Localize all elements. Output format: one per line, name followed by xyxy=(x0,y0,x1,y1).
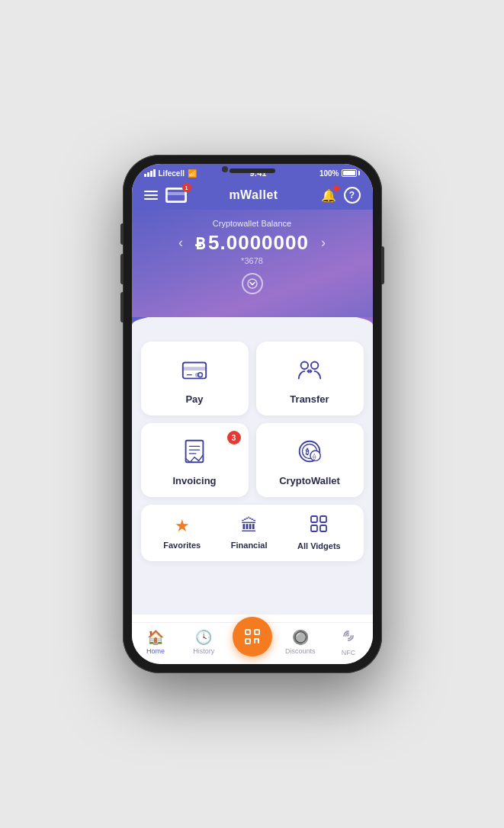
battery-percent: 100% xyxy=(319,169,339,178)
scan-button[interactable] xyxy=(233,617,272,656)
invoicing-icon xyxy=(180,437,209,469)
cryptowallet-card[interactable]: ₿ ⟠ CryptoWallet xyxy=(256,423,364,497)
account-number: *3678 xyxy=(147,256,358,265)
svg-rect-21 xyxy=(320,516,326,522)
nfc-icon xyxy=(341,628,356,647)
cryptowallet-label: CryptoWallet xyxy=(279,475,340,486)
svg-rect-4 xyxy=(183,367,206,371)
nav-history[interactable]: 🕓 History xyxy=(180,629,228,655)
balance-nav: ‹ Ƀ5.0000000 › xyxy=(147,231,358,255)
power-button xyxy=(381,246,384,284)
status-right: 100% xyxy=(319,169,361,178)
wave-divider xyxy=(132,317,373,332)
bank-icon: 🏛 xyxy=(241,516,258,536)
signal-icon xyxy=(144,169,156,177)
svg-point-9 xyxy=(311,362,319,370)
status-left: Lifecell 📶 xyxy=(144,169,197,178)
svg-rect-20 xyxy=(311,516,317,522)
next-wallet-button[interactable]: › xyxy=(321,235,326,251)
pay-label: Pay xyxy=(185,393,203,405)
expand-button[interactable] xyxy=(242,273,263,294)
home-label: Home xyxy=(146,647,165,655)
svg-point-2 xyxy=(248,279,257,288)
volume-down-button xyxy=(120,292,124,323)
svg-rect-26 xyxy=(246,639,250,643)
mute-button xyxy=(120,223,124,245)
home-icon: 🏠 xyxy=(147,629,164,646)
menu-button[interactable] xyxy=(144,191,158,200)
invoicing-badge: 3 xyxy=(227,431,241,444)
transfer-label: Transfer xyxy=(290,393,329,405)
svg-rect-1 xyxy=(167,192,185,195)
star-icon: ★ xyxy=(175,516,190,536)
notification-badge xyxy=(333,185,339,191)
history-icon: 🕓 xyxy=(195,629,212,646)
grid-icon xyxy=(310,515,327,537)
balance-label: Cryptowallet Balance xyxy=(147,219,358,228)
nav-nfc[interactable]: NFC xyxy=(324,628,372,656)
discounts-icon: 🔘 xyxy=(292,629,309,646)
wifi-icon: 📶 xyxy=(188,169,197,178)
app-title: mWallet xyxy=(229,188,278,202)
svg-rect-22 xyxy=(311,525,317,531)
main-content: Pay Trans xyxy=(132,332,373,615)
favorites-widget[interactable]: ★ Favorites xyxy=(163,516,201,550)
svg-point-6 xyxy=(195,373,200,377)
svg-point-8 xyxy=(301,362,309,370)
battery-icon xyxy=(342,169,360,177)
history-label: History xyxy=(193,647,214,655)
carrier-label: Lifecell xyxy=(159,169,185,178)
nfc-label: NFC xyxy=(342,649,356,656)
phone-frame: Lifecell 📶 9:41 100% xyxy=(123,155,382,673)
notification-button[interactable]: 🔔 xyxy=(321,188,336,203)
action-grid: Pay Trans xyxy=(141,342,364,497)
pay-icon xyxy=(180,355,209,387)
nav-discounts[interactable]: 🔘 Discounts xyxy=(276,629,324,655)
help-button[interactable]: ? xyxy=(344,187,361,204)
pay-card[interactable]: Pay xyxy=(141,342,249,416)
all-vidgets-label: All Vidgets xyxy=(297,541,341,550)
favorites-label: Favorites xyxy=(163,541,201,550)
svg-rect-25 xyxy=(255,630,259,634)
camera xyxy=(222,166,228,172)
cryptowallet-icon: ₿ ⟠ xyxy=(295,437,324,469)
invoicing-card[interactable]: 3 Invoicing xyxy=(141,423,249,497)
app-header: 1 mWallet 🔔 ? xyxy=(132,181,373,210)
balance-display: Ƀ5.0000000 xyxy=(195,231,309,255)
svg-text:₿: ₿ xyxy=(305,448,310,456)
transfer-card[interactable]: Transfer xyxy=(256,342,364,416)
svg-rect-24 xyxy=(246,630,250,634)
financial-label: Financial xyxy=(231,541,268,550)
phone-screen: Lifecell 📶 9:41 100% xyxy=(132,164,373,664)
currency-symbol: Ƀ xyxy=(195,236,207,252)
widgets-row: ★ Favorites 🏛 Financial xyxy=(141,505,364,561)
balance-section: Cryptowallet Balance ‹ Ƀ5.0000000 › *367… xyxy=(132,210,373,317)
invoicing-label: Invoicing xyxy=(172,475,216,486)
svg-rect-23 xyxy=(320,525,326,531)
speaker xyxy=(230,168,275,173)
card-badge: 1 xyxy=(182,183,191,192)
financial-widget[interactable]: 🏛 Financial xyxy=(231,516,268,550)
header-left: 1 xyxy=(144,188,187,203)
card-button[interactable]: 1 xyxy=(165,188,187,203)
volume-up-button xyxy=(120,254,124,284)
bottom-nav: 🏠 Home 🕓 History xyxy=(132,622,373,664)
balance-amount: Ƀ5.0000000 xyxy=(195,231,309,254)
discounts-label: Discounts xyxy=(285,647,316,655)
all-vidgets-widget[interactable]: All Vidgets xyxy=(297,515,341,550)
nav-home[interactable]: 🏠 Home xyxy=(132,629,180,655)
transfer-icon xyxy=(295,355,324,387)
prev-wallet-button[interactable]: ‹ xyxy=(178,235,183,251)
header-right: 🔔 ? xyxy=(321,187,361,204)
nav-scan-container xyxy=(228,627,276,656)
